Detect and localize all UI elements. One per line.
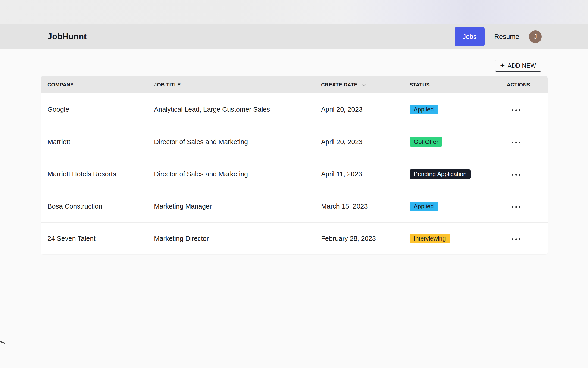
actions-cell: [500, 202, 548, 211]
status-badge: Applied: [410, 105, 438, 114]
more-dots-icon[interactable]: [509, 106, 523, 114]
create-date-cell: February 28, 2023: [314, 235, 403, 242]
status-badge: Got Offer: [410, 137, 442, 147]
screen: JobHunnt Jobs Resume J + ADD NEW COMPANY…: [0, 0, 588, 368]
table-row: Bosa Construction Marketing Manager Marc…: [41, 190, 548, 222]
add-new-label: ADD NEW: [508, 62, 536, 69]
more-dots-icon[interactable]: [509, 235, 523, 243]
table-header-row: COMPANY JOB TITLE CREATE DATE STATUS ACT…: [41, 76, 548, 93]
more-dots-icon[interactable]: [509, 138, 523, 147]
table-row: Marriott Director of Sales and Marketing…: [41, 126, 548, 158]
column-header-actions: ACTIONS: [500, 82, 548, 88]
status-cell: Applied: [403, 202, 500, 211]
actions-cell: [500, 234, 548, 243]
job-title-cell: Marketing Director: [147, 235, 314, 242]
company-cell: 24 Seven Talent: [41, 235, 147, 242]
job-title-cell: Director of Sales and Marketing: [147, 170, 314, 178]
status-header-label: STATUS: [410, 82, 430, 88]
chevron-down-icon[interactable]: [361, 82, 367, 88]
job-title-cell: Marketing Manager: [147, 202, 314, 210]
app-header: JobHunnt Jobs Resume J: [0, 24, 588, 49]
create-date-cell: April 20, 2023: [314, 106, 403, 113]
job-title-cell: Director of Sales and Marketing: [147, 138, 314, 146]
add-new-button[interactable]: + ADD NEW: [495, 60, 541, 72]
actions-header-label: ACTIONS: [507, 82, 530, 88]
table-row: Marriott Hotels Resorts Director of Sale…: [41, 158, 548, 190]
company-cell: Marriott Hotels Resorts: [41, 170, 147, 178]
status-cell: Interviewing: [403, 234, 500, 243]
more-dots-icon[interactable]: [509, 203, 523, 211]
table-row: 24 Seven Talent Marketing Director Febru…: [41, 222, 548, 254]
stray-mark: [0, 340, 5, 344]
column-header-job-title: JOB TITLE: [147, 82, 314, 88]
create-date-cell: April 20, 2023: [314, 138, 403, 146]
top-band: [0, 0, 588, 24]
status-cell: Got Offer: [403, 137, 500, 147]
status-cell: Applied: [403, 105, 500, 114]
nav-resume-link[interactable]: Resume: [494, 33, 519, 41]
actions-cell: [500, 170, 548, 179]
status-cell: Pending Application: [403, 169, 500, 179]
status-badge: Applied: [410, 202, 438, 211]
actions-cell: [500, 138, 548, 147]
status-badge: Pending Application: [410, 169, 471, 179]
plus-icon: +: [500, 61, 505, 69]
main-nav: Jobs Resume J: [455, 27, 542, 46]
column-header-create-date[interactable]: CREATE DATE: [314, 82, 403, 88]
company-cell: Bosa Construction: [41, 202, 147, 210]
create-date-cell: April 11, 2023: [314, 170, 403, 178]
more-dots-icon[interactable]: [509, 171, 523, 179]
column-header-status: STATUS: [403, 82, 500, 88]
job-title-header-label: JOB TITLE: [154, 82, 181, 88]
job-title-cell: Analytical Lead, Large Customer Sales: [147, 106, 314, 113]
nav-jobs-button[interactable]: Jobs: [455, 27, 484, 46]
table-row: Google Analytical Lead, Large Customer S…: [41, 93, 548, 126]
app-title: JobHunnt: [47, 32, 87, 41]
actions-cell: [500, 105, 548, 114]
status-badge: Interviewing: [410, 234, 450, 243]
company-header-label: COMPANY: [47, 82, 74, 88]
create-date-cell: March 15, 2023: [314, 202, 403, 210]
create-date-header-label: CREATE DATE: [321, 82, 358, 88]
user-avatar[interactable]: J: [529, 30, 542, 43]
column-header-company: COMPANY: [41, 82, 147, 88]
table-body: Google Analytical Lead, Large Customer S…: [41, 93, 548, 254]
company-cell: Google: [41, 106, 147, 113]
company-cell: Marriott: [41, 138, 147, 146]
jobs-table: COMPANY JOB TITLE CREATE DATE STATUS ACT…: [41, 76, 548, 254]
